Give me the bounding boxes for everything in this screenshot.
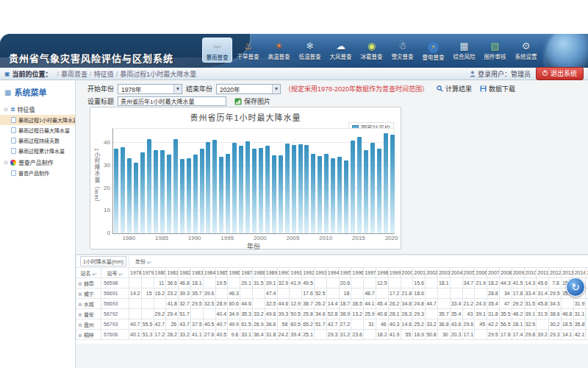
y-tick-label: 40 xyxy=(94,139,110,146)
unit-header: 1小时降水量(mm) xyxy=(80,256,126,266)
value-cell: 40.1 xyxy=(129,330,142,340)
value-cell: 41.9 xyxy=(290,278,302,289)
toolbar-item[interactable]: ☃雪灾普查 xyxy=(387,38,417,63)
toolbar-item[interactable]: ⚡雷电普查 xyxy=(418,38,448,63)
expand-row-icon[interactable]: ⊕ xyxy=(78,291,82,297)
year-sort-header[interactable]: 年份▴▿ xyxy=(129,255,588,268)
power-icon xyxy=(542,71,548,76)
sort-arrows-icon[interactable]: ▴▿ xyxy=(92,272,96,276)
value-cell: 17.8 xyxy=(499,330,512,340)
value-cell: 15 xyxy=(141,289,154,299)
year-column-header: 2011 xyxy=(537,268,549,278)
value-cell xyxy=(203,278,215,289)
station-sort-header[interactable]: 站名▴▿ xyxy=(76,268,101,278)
bar-2008 xyxy=(311,154,315,233)
value-cell xyxy=(290,289,302,299)
save-image-button[interactable]: 保存图片 xyxy=(234,96,270,106)
bar-2013 xyxy=(344,160,348,233)
value-cell: 41.8 xyxy=(166,299,179,309)
refresh-float-button[interactable]: ↻ xyxy=(566,277,585,297)
toolbar-item[interactable]: ❄低温普查 xyxy=(295,38,325,63)
toolbar-item[interactable]: ☂暴雨普查 xyxy=(202,38,232,63)
toolbar-item[interactable]: ⚙系统设置 xyxy=(511,38,541,63)
expand-row-icon[interactable]: ⊕ xyxy=(78,281,82,286)
sidebar-group[interactable]: ⊙普查产品制作 xyxy=(0,156,75,168)
sidebar-item[interactable]: 暴雨过程持续天数 xyxy=(0,135,75,146)
toolbar-item[interactable]: ☀高温普查 xyxy=(264,38,294,63)
station-id-sort-header[interactable]: 站号▴▿ xyxy=(101,268,129,278)
bar-1994 xyxy=(219,157,223,233)
year-column-header: 1983 xyxy=(190,268,203,278)
value-cell: 31.2 xyxy=(339,330,351,340)
value-cell: 24.8 xyxy=(413,299,426,309)
toolbar-item[interactable]: ▧图件审核 xyxy=(480,38,510,63)
breadcrumb-link[interactable]: 暴雨普查 xyxy=(61,71,87,78)
value-cell: 60.6 xyxy=(228,299,240,309)
data-download-button[interactable]: 数据下载 xyxy=(480,84,515,93)
value-cell: 35.4 xyxy=(487,299,500,309)
expand-row-icon[interactable]: ⊕ xyxy=(78,312,82,317)
hail-icon: ◉ xyxy=(368,40,376,52)
breadcrumb-link[interactable]: 暴雨过程1小时最大降水量 xyxy=(120,71,196,78)
value-cell xyxy=(450,278,462,289)
bar-2002 xyxy=(272,155,276,233)
value-cell: 60.5 xyxy=(290,319,302,330)
toolbar-item[interactable]: ◉冰雹普查 xyxy=(356,38,387,63)
bar-1990 xyxy=(193,155,198,233)
bar-1984 xyxy=(154,150,158,233)
value-cell: 45 xyxy=(475,319,487,330)
value-cell: 32.5 xyxy=(203,299,215,309)
table-row: ⊕威宁5669114.21516.223.239.335.739.646.347… xyxy=(76,289,588,299)
bar-1999 xyxy=(252,149,257,234)
value-cell: 30 xyxy=(437,330,450,340)
bar-2015 xyxy=(357,137,362,233)
value-cell: 40.7 xyxy=(215,319,228,330)
start-year-select[interactable]: 1978年▼ xyxy=(118,84,182,94)
value-cell: 21.8 xyxy=(401,289,413,299)
map-review-icon: ▧ xyxy=(490,40,499,52)
toolbar-item[interactable]: ▦综合风险 xyxy=(449,38,479,63)
value-cell: 28.1 xyxy=(512,319,524,330)
title-form-row: 设置标题 保存图片 xyxy=(87,95,270,107)
toolbar-item[interactable]: ♨干旱普查 xyxy=(233,38,263,63)
value-cell xyxy=(437,299,450,309)
value-cell: 29.1 xyxy=(240,278,253,289)
query-form-row: 开始年份 1978年▼ 结束年份 2020年▼ （规定采用1978-2020年数… xyxy=(87,82,515,95)
chart-title-input[interactable] xyxy=(118,96,226,106)
year-column-header: 2005 xyxy=(462,268,475,278)
sidebar-item[interactable]: 暴雨过程累计降水量 xyxy=(0,146,75,156)
value-cell: 34.8 xyxy=(401,299,413,309)
sidebar-item[interactable]: 暴雨过程1小时最大降水量 xyxy=(0,115,75,125)
sort-arrows-icon[interactable]: ▴▿ xyxy=(118,272,123,276)
logout-button[interactable]: 退出系统 xyxy=(536,67,584,80)
page-icon xyxy=(11,170,16,176)
calculate-button[interactable]: 计算结果 xyxy=(437,84,472,93)
toolbar-item[interactable]: ☁大风普查 xyxy=(326,38,356,63)
year-column-header: 2004 xyxy=(450,268,462,278)
sidebar-item[interactable]: 普查产品制作 xyxy=(0,168,75,178)
breadcrumb-link[interactable]: 特征值 xyxy=(94,71,114,78)
value-cell xyxy=(351,289,364,299)
value-cell xyxy=(561,299,573,309)
chevron-down-icon: ▼ xyxy=(272,85,280,93)
station-name-cell: ⊕水城 xyxy=(76,299,101,309)
end-year-select[interactable]: 2020年▼ xyxy=(216,84,281,94)
sidebar-item[interactable]: 暴雨过程日最大降水量 xyxy=(0,125,75,135)
expand-row-icon[interactable]: ⊕ xyxy=(78,322,82,328)
expand-row-icon[interactable]: ⊕ xyxy=(78,333,82,338)
start-year-label: 开始年份 xyxy=(87,84,114,93)
toolbar-item-label: 图件审核 xyxy=(480,52,510,60)
sidebar-group[interactable]: ⊙≣特征值 xyxy=(0,103,75,115)
sort-arrows-icon[interactable]: ▴▿ xyxy=(147,260,151,264)
value-cell xyxy=(240,289,253,299)
value-cell: 16.2 xyxy=(154,289,166,299)
y-tick-label: 30 xyxy=(94,162,110,169)
chart-title-label: 设置标题 xyxy=(87,96,114,106)
value-cell: 46.2 xyxy=(512,309,524,319)
sidebar-item-label: 暴雨过程日最大降水量 xyxy=(18,127,70,134)
value-cell: 45.6 xyxy=(537,278,549,289)
composite-risk-icon: ▦ xyxy=(459,40,468,52)
value-cell: 36.6 xyxy=(265,319,277,330)
expand-row-icon[interactable]: ⊕ xyxy=(78,302,82,307)
value-cell xyxy=(252,289,265,299)
